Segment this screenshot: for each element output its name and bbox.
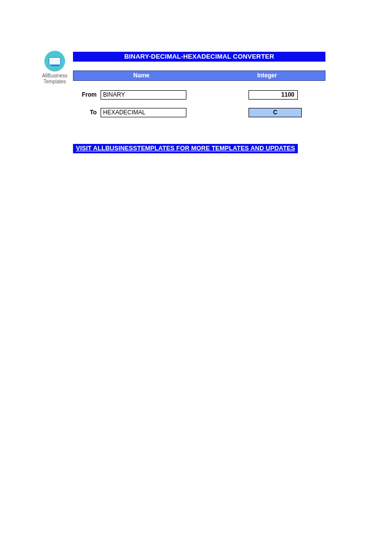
column-headers: Name Integer (73, 70, 325, 81)
footer-link-bar: VISIT ALLBUSINESSTEMPLATES FOR MORE TEMP… (73, 144, 298, 153)
to-label: To (73, 109, 101, 116)
footer-link[interactable]: VISIT ALLBUSINESSTEMPLATES FOR MORE TEMP… (76, 145, 295, 152)
from-value-input[interactable]: 1100 (249, 90, 298, 100)
to-value-output: C (249, 108, 302, 117)
brand-text-1: AllBusiness (39, 73, 70, 79)
from-label: From (73, 91, 101, 98)
brand-logo: AllBusiness Templates (39, 51, 70, 84)
to-row: To HEXADECIMAL C (73, 107, 325, 117)
brand-text-2: Templates (39, 79, 70, 85)
to-name-input[interactable]: HEXADECIMAL (101, 108, 186, 117)
from-name-input[interactable]: BINARY (101, 90, 186, 100)
page-title: BINARY-DECIMAL-HEXADECIMAL CONVERTER (73, 52, 325, 62)
from-row: From BINARY 1100 (73, 90, 325, 100)
header-name: Name (73, 71, 209, 80)
header-integer: Integer (209, 71, 325, 80)
laptop-icon (44, 51, 65, 71)
